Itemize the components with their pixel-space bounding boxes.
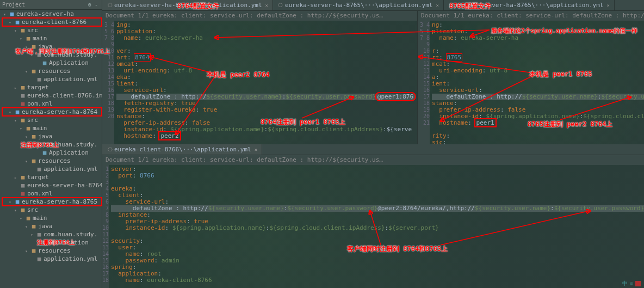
tree-node[interactable]: ▾■resources bbox=[2, 157, 102, 165]
tree-node[interactable]: ▾■main bbox=[2, 124, 102, 132]
tree-node[interactable]: ■Application bbox=[2, 238, 102, 247]
tree-node[interactable]: ▾■src bbox=[2, 26, 102, 34]
tree-node[interactable]: ■Application bbox=[2, 149, 102, 157]
sidebar-title: Project bbox=[2, 2, 25, 8]
close-icon[interactable]: × bbox=[606, 3, 609, 8]
yaml-icon: ⎔ bbox=[448, 2, 455, 8]
tree-node[interactable]: ▾■java bbox=[2, 222, 102, 230]
text-left[interactable]: ing: pplication: name: eureka-server-ha … bbox=[114, 21, 417, 144]
yaml-icon: ⎔ bbox=[277, 2, 284, 8]
tab-label: eureka-client-8766\···\application.yml bbox=[114, 146, 251, 153]
status-bar: 中 ☺ bbox=[619, 279, 644, 288]
tree-node[interactable]: ▾■src bbox=[2, 116, 102, 124]
tree-node[interactable]: ▾■eureka-server-ha-8765 bbox=[2, 198, 102, 206]
tree-node[interactable]: ■eureka-client-8766.iml bbox=[2, 91, 102, 100]
yaml-icon: ⎔ bbox=[107, 146, 113, 152]
tree-node[interactable]: ■Application bbox=[2, 59, 102, 67]
editor-tab[interactable]: ⎔eureka-server-ha-8764\···\application.y… bbox=[102, 0, 273, 10]
close-icon[interactable]: × bbox=[255, 147, 257, 152]
tree-node[interactable]: ▾■main bbox=[2, 214, 102, 222]
gutter-right: 3 4 5 6 7 8 9 10 11 12 13 14 15 16 17 18… bbox=[418, 21, 430, 144]
tree-node[interactable]: ■pom.xml bbox=[2, 189, 102, 198]
yaml-icon: ⎔ bbox=[107, 2, 113, 8]
sidebar-icon-settings[interactable]: ⚙ bbox=[88, 2, 91, 8]
left-pane: Document 1/1 eureka: client: service-url… bbox=[102, 11, 418, 144]
smile-icon[interactable]: ☺ bbox=[630, 281, 633, 287]
sidebar-title-bar: Project ⚙ - bbox=[0, 0, 102, 10]
tree-node[interactable]: ▸■target bbox=[2, 83, 102, 91]
editor-split: Document 1/1 eureka: client: service-url… bbox=[102, 11, 644, 144]
close-icon[interactable]: × bbox=[265, 3, 268, 8]
tree-node[interactable]: ▾■main bbox=[2, 34, 102, 42]
tree-node[interactable]: ▾■eureka-server-ha-8764 bbox=[2, 108, 102, 116]
text-right[interactable]: ng: plication: name: eureka-server-ha r:… bbox=[430, 21, 644, 144]
editor-tab[interactable]: ⎔eureka-server-ha-8765\···\application.y… bbox=[273, 0, 444, 10]
tree-node[interactable]: ■application.yml bbox=[2, 255, 102, 263]
tree-node[interactable]: ■application.yml bbox=[2, 75, 102, 83]
sidebar-icon-collapse[interactable]: - bbox=[95, 2, 98, 8]
tree-node[interactable]: ▾■resources bbox=[2, 67, 102, 75]
code-bottom[interactable]: 1 2 3 4 5 6 7 8 9 10 11 12 13 14 15 16 1… bbox=[102, 165, 644, 288]
right-pane: Document 1/1 eureka: client: service-url… bbox=[418, 11, 644, 144]
project-tree[interactable]: ▾■eureka-server-ha▾■eureka-client-8766▾■… bbox=[0, 10, 102, 263]
tree-node[interactable]: ▾■com.huan.study. bbox=[2, 140, 102, 149]
editor-area: ⎔eureka-server-ha-8764\···\application.y… bbox=[102, 0, 644, 288]
tree-node[interactable]: ■pom.xml bbox=[2, 100, 102, 108]
editor-tabs: ⎔eureka-server-ha-8764\···\application.y… bbox=[102, 0, 644, 11]
tree-node[interactable]: ▾■eureka-server-ha bbox=[2, 10, 102, 18]
tree-node[interactable]: ▾■resources bbox=[2, 247, 102, 255]
gutter-bottom: 1 2 3 4 5 6 7 8 9 10 11 12 13 14 15 16 1… bbox=[102, 165, 109, 288]
bottom-tabs: ⎔ eureka-client-8766\···\application.yml… bbox=[102, 144, 644, 155]
ime-indicator[interactable]: 中 bbox=[622, 280, 628, 287]
tree-node[interactable]: ■eureka-server-ha-8764.i bbox=[2, 181, 102, 189]
code-right[interactable]: 3 4 5 6 7 8 9 10 11 12 13 14 15 16 17 18… bbox=[418, 21, 644, 144]
tab-client-8766[interactable]: ⎔ eureka-client-8766\···\application.yml… bbox=[102, 144, 262, 155]
breadcrumb-right: Document 1/1 eureka: client: service-url… bbox=[418, 11, 644, 21]
tree-node[interactable]: ▾■com.huan.study. bbox=[2, 230, 102, 238]
tree-node[interactable]: ▾■src bbox=[2, 206, 102, 214]
tree-node[interactable]: ▾■java bbox=[2, 42, 102, 51]
tree-node[interactable]: ▾■java bbox=[2, 132, 102, 140]
tree-node[interactable]: ▸■target bbox=[2, 173, 102, 181]
editor-tab[interactable]: ⎔eureka-server-ha-8765\···\application.y… bbox=[444, 0, 615, 10]
code-left[interactable]: 3 4 5 6 7 8 9 10 11 12 13 14 15 16 17 18… bbox=[102, 21, 417, 144]
close-icon[interactable]: × bbox=[436, 3, 438, 8]
breadcrumb-left: Document 1/1 eureka: client: service-url… bbox=[102, 11, 417, 21]
breadcrumb-bottom: Document 1/1 eureka: client: service-url… bbox=[102, 155, 644, 165]
tree-node[interactable]: ▾■eureka-client-8766 bbox=[2, 18, 102, 26]
gutter-left: 3 4 5 6 7 8 9 10 11 12 13 14 15 16 17 18… bbox=[102, 21, 114, 144]
bottom-pane: ⎔ eureka-client-8766\···\application.yml… bbox=[102, 144, 644, 288]
tree-node[interactable]: ■application.yml bbox=[2, 165, 102, 173]
tree-node[interactable]: ▾■com.huan.study. bbox=[2, 51, 102, 59]
project-sidebar: Project ⚙ - ▾■eureka-server-ha▾■eureka-c… bbox=[0, 0, 102, 288]
text-bottom[interactable]: server: port: 8766 eureka: client: servi… bbox=[109, 165, 644, 288]
pin-icon[interactable] bbox=[635, 281, 641, 286]
